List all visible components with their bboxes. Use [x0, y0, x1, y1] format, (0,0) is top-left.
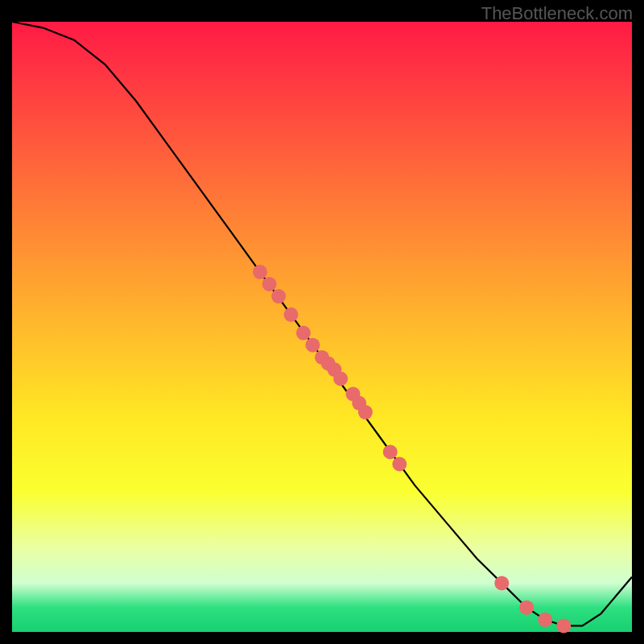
data-marker — [262, 277, 277, 291]
data-marker — [284, 308, 299, 322]
data-marker — [305, 338, 320, 353]
data-marker — [296, 326, 311, 341]
data-marker — [358, 405, 373, 419]
chart-svg — [12, 22, 632, 632]
bottleneck-curve — [12, 22, 632, 625]
data-marker — [494, 576, 509, 590]
watermark-text: TheBottleneck.com — [481, 3, 633, 24]
data-marker — [383, 444, 398, 459]
data-marker — [392, 457, 407, 472]
data-marker — [333, 371, 348, 386]
data-marker — [271, 289, 286, 303]
data-marker — [519, 601, 534, 615]
data-markers — [253, 265, 571, 634]
data-marker — [253, 265, 267, 279]
data-marker — [538, 613, 552, 627]
data-marker — [556, 618, 571, 633]
